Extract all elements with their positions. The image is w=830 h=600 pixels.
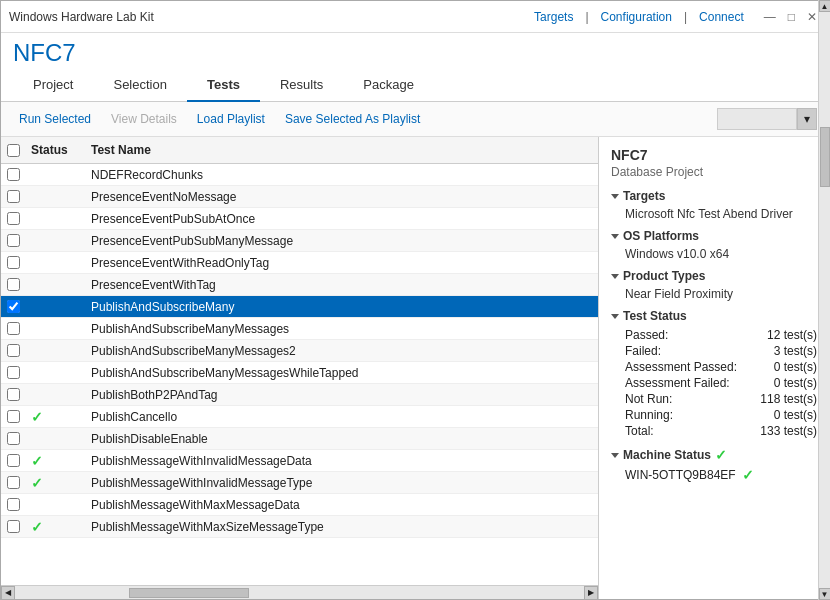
main-content: Status Test Name NDEFRecordChunks <box>1 137 829 599</box>
test-status-section: Test Status Passed: 12 test(s) Failed: 3… <box>611 309 817 439</box>
table-row[interactable]: NDEFRecordChunks <box>1 164 598 186</box>
select-all-checkbox[interactable] <box>7 144 20 157</box>
passed-label: Passed: <box>625 328 668 342</box>
maximize-button[interactable]: □ <box>784 10 799 24</box>
nav-links: Targets | Configuration | Connect <box>534 10 744 24</box>
status-pass-icon: ✓ <box>31 409 43 425</box>
product-types-header: Product Types <box>611 269 817 283</box>
assessment-failed-label: Assessment Failed: <box>625 376 730 390</box>
not-run-row: Not Run: 118 test(s) <box>611 391 817 407</box>
main-window: Windows Hardware Lab Kit Targets | Confi… <box>0 0 830 600</box>
passed-row: Passed: 12 test(s) <box>611 327 817 343</box>
playlist-dropdown: ▾ <box>717 108 817 130</box>
header-checkbox-cell <box>1 141 25 159</box>
detail-title: NFC7 <box>611 147 817 163</box>
assessment-passed-value: 0 test(s) <box>774 360 817 374</box>
collapse-icon[interactable] <box>611 274 619 279</box>
test-table-body[interactable]: NDEFRecordChunks PresenceEventNoMessage … <box>1 164 598 585</box>
details-panel: NFC7 Database Project Targets Microsoft … <box>599 137 829 599</box>
total-row: Total: 133 test(s) <box>611 423 817 439</box>
table-row[interactable]: PresenceEventPubSubAtOnce <box>1 208 598 230</box>
collapse-icon[interactable] <box>611 314 619 319</box>
assessment-failed-row: Assessment Failed: 0 test(s) <box>611 375 817 391</box>
tab-bar: Project Selection Tests Results Package <box>1 69 829 102</box>
collapse-icon[interactable] <box>611 234 619 239</box>
app-name: NFC7 <box>1 33 829 67</box>
detail-subtitle: Database Project <box>611 165 817 179</box>
load-playlist-button[interactable]: Load Playlist <box>191 110 271 128</box>
testname-column-header: Test Name <box>85 141 598 159</box>
window-controls: — □ ✕ <box>760 10 821 24</box>
machine-status-label: Machine Status <box>623 448 711 462</box>
targets-value: Microsoft Nfc Test Abend Driver <box>611 207 817 221</box>
test-list-panel: Status Test Name NDEFRecordChunks <box>1 137 599 599</box>
table-row[interactable]: ✓ PublishMessageWithInvalidMessageType <box>1 472 598 494</box>
toolbar: Run Selected View Details Load Playlist … <box>1 102 829 137</box>
help-link[interactable]: Targets <box>534 10 573 24</box>
os-platforms-section: OS Platforms Windows v10.0 x64 <box>611 229 817 261</box>
not-run-value: 118 test(s) <box>760 392 817 406</box>
targets-label: Targets <box>623 189 665 203</box>
table-row[interactable]: PublishAndSubscribeManyMessages2 <box>1 340 598 362</box>
machine-status-section: Machine Status ✓ WIN-5OTTQ9B84EF ✓ <box>611 447 817 483</box>
failed-label: Failed: <box>625 344 661 358</box>
table-row[interactable]: PublishDisableEnable <box>1 428 598 450</box>
machine-name: WIN-5OTTQ9B84EF <box>625 468 736 482</box>
assessment-passed-row: Assessment Passed: 0 test(s) <box>611 359 817 375</box>
table-row[interactable]: PresenceEventWithTag <box>1 274 598 296</box>
dropdown-arrow-icon[interactable]: ▾ <box>797 108 817 130</box>
tab-selection[interactable]: Selection <box>93 69 186 102</box>
tab-tests[interactable]: Tests <box>187 69 260 102</box>
test-status-header: Test Status <box>611 309 817 323</box>
table-row[interactable]: PublishAndSubscribeManyMessages <box>1 318 598 340</box>
save-playlist-button[interactable]: Save Selected As Playlist <box>279 110 426 128</box>
running-row: Running: 0 test(s) <box>611 407 817 423</box>
assessment-passed-label: Assessment Passed: <box>625 360 737 374</box>
table-row[interactable]: ✓ PublishMessageWithMaxSizeMessageType <box>1 516 598 538</box>
configuration-link[interactable]: Configuration <box>601 10 672 24</box>
collapse-icon[interactable] <box>611 194 619 199</box>
view-details-button[interactable]: View Details <box>105 110 183 128</box>
table-row[interactable]: PresenceEventWithReadOnlyTag <box>1 252 598 274</box>
table-row[interactable]: PublishBothP2PAndTag <box>1 384 598 406</box>
tab-package[interactable]: Package <box>343 69 434 102</box>
product-types-label: Product Types <box>623 269 705 283</box>
scroll-left-button[interactable]: ◀ <box>1 586 15 600</box>
status-column-header: Status <box>25 141 85 159</box>
tab-project[interactable]: Project <box>13 69 93 102</box>
table-row[interactable]: ✓ PublishMessageWithInvalidMessageData <box>1 450 598 472</box>
run-selected-button[interactable]: Run Selected <box>13 110 97 128</box>
minimize-button[interactable]: — <box>760 10 780 24</box>
horiz-scroll-handle[interactable] <box>129 588 249 598</box>
table-row[interactable]: PublishAndSubscribeMany <box>1 296 598 318</box>
table-row[interactable]: PresenceEventNoMessage <box>1 186 598 208</box>
total-value: 133 test(s) <box>760 424 817 438</box>
failed-value: 3 test(s) <box>774 344 817 358</box>
horiz-scroll-track[interactable] <box>15 586 584 600</box>
status-pass-icon: ✓ <box>31 453 43 469</box>
horizontal-scrollbar[interactable]: ◀ ▶ <box>1 585 598 599</box>
product-types-section: Product Types Near Field Proximity <box>611 269 817 301</box>
running-label: Running: <box>625 408 673 422</box>
tab-results[interactable]: Results <box>260 69 343 102</box>
machine-name-row: WIN-5OTTQ9B84EF ✓ <box>611 467 817 483</box>
os-platforms-label: OS Platforms <box>623 229 699 243</box>
status-pass-icon: ✓ <box>31 519 43 535</box>
failed-row: Failed: 3 test(s) <box>611 343 817 359</box>
not-run-label: Not Run: <box>625 392 672 406</box>
table-header: Status Test Name <box>1 137 598 164</box>
collapse-icon[interactable] <box>611 453 619 458</box>
running-value: 0 test(s) <box>774 408 817 422</box>
row-name-0: NDEFRecordChunks <box>85 168 598 182</box>
row-checkbox-0[interactable] <box>1 168 25 181</box>
table-row[interactable]: PublishMessageWithMaxMessageData <box>1 494 598 516</box>
os-platforms-header: OS Platforms <box>611 229 817 243</box>
scroll-right-button[interactable]: ▶ <box>584 586 598 600</box>
dropdown-box[interactable] <box>717 108 797 130</box>
status-pass-icon: ✓ <box>31 475 43 491</box>
machine-status-header: Machine Status ✓ <box>611 447 817 463</box>
table-row[interactable]: ✓ PublishCancello <box>1 406 598 428</box>
table-row[interactable]: PresenceEventPubSubManyMessage <box>1 230 598 252</box>
table-row[interactable]: PublishAndSubscribeManyMessagesWhileTapp… <box>1 362 598 384</box>
connect-link[interactable]: Connect <box>699 10 744 24</box>
